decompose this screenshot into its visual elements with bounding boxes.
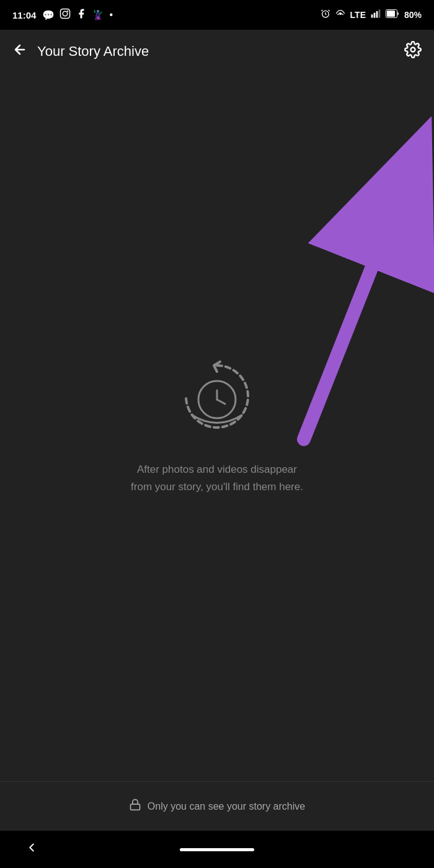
svg-rect-6 xyxy=(374,13,376,18)
svg-rect-5 xyxy=(371,14,373,17)
nav-bar xyxy=(0,831,434,868)
svg-rect-0 xyxy=(61,9,70,19)
page-title: Your Story Archive xyxy=(37,43,149,60)
archive-description: After photos and videos disappear from y… xyxy=(118,461,316,494)
svg-point-2 xyxy=(67,11,68,12)
battery-percent: 80% xyxy=(404,10,422,20)
settings-button[interactable] xyxy=(404,41,422,62)
top-bar: Your Story Archive xyxy=(0,30,434,73)
battery-icon xyxy=(386,9,399,20)
svg-rect-17 xyxy=(130,804,140,810)
nav-back-button[interactable] xyxy=(25,841,38,858)
svg-rect-8 xyxy=(379,9,381,17)
svg-point-1 xyxy=(63,11,68,16)
lte-label: LTE xyxy=(350,10,366,20)
purple-arrow xyxy=(260,117,434,452)
archive-icon-container xyxy=(180,359,254,436)
notification-dot: • xyxy=(109,9,113,20)
svg-rect-10 xyxy=(387,11,395,17)
bottom-privacy-bar: Only you can see your story archive xyxy=(0,781,434,831)
svg-point-11 xyxy=(411,48,415,52)
moustache-icon: 🦹 xyxy=(92,9,104,21)
privacy-text: Only you can see your story archive xyxy=(148,801,305,812)
facebook-icon xyxy=(76,8,87,22)
main-content: After photos and videos disappear from y… xyxy=(0,73,434,781)
svg-line-16 xyxy=(217,400,225,404)
alarm-icon xyxy=(321,9,330,21)
status-bar: 11:04 💬 🦹 • xyxy=(0,0,434,30)
status-icons: 💬 🦹 • xyxy=(42,8,113,22)
wifi-icon xyxy=(335,9,345,21)
signal-bars xyxy=(371,9,381,21)
home-indicator[interactable] xyxy=(180,848,254,851)
svg-line-13 xyxy=(304,141,422,439)
top-bar-left: Your Story Archive xyxy=(12,42,149,61)
status-left: 11:04 💬 🦹 • xyxy=(12,8,113,22)
status-right: LTE 80% xyxy=(321,9,422,21)
whatsapp-icon: 💬 xyxy=(42,9,55,21)
status-time: 11:04 xyxy=(12,10,36,20)
svg-rect-7 xyxy=(376,11,378,18)
instagram-icon xyxy=(60,8,71,22)
archive-clock-icon xyxy=(180,359,254,434)
lock-icon xyxy=(129,799,141,814)
back-button[interactable] xyxy=(12,42,27,61)
